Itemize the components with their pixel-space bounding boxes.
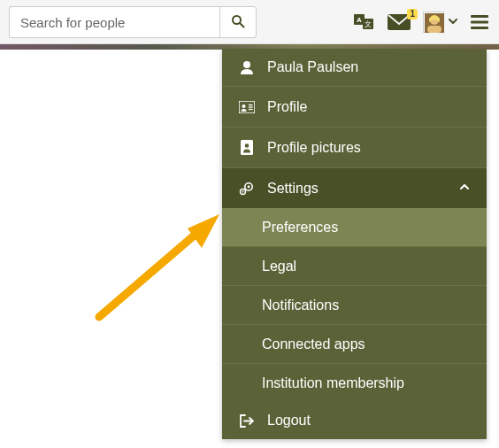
- svg-marker-27: [188, 214, 219, 248]
- svg-text:A: A: [357, 16, 362, 24]
- gears-icon: [238, 182, 256, 196]
- submenu-legal-label: Legal: [262, 259, 296, 274]
- menu-logout[interactable]: Logout: [222, 402, 487, 439]
- id-card-icon: [238, 101, 256, 113]
- menu-settings[interactable]: Settings: [222, 168, 487, 208]
- submenu-institution-membership[interactable]: Institution membership: [222, 364, 487, 402]
- inbox-badge: 1: [407, 9, 418, 19]
- avatar: [423, 12, 444, 33]
- menu-profile-label: Profile: [267, 99, 307, 115]
- menu-profile-pictures[interactable]: Profile pictures: [222, 127, 487, 167]
- svg-point-20: [245, 143, 250, 148]
- svg-point-22: [248, 185, 250, 188]
- submenu-preferences[interactable]: Preferences: [222, 208, 487, 246]
- submenu-institution-membership-label: Institution membership: [262, 375, 404, 391]
- user-dropdown-menu: Paula Paulsen Profile Profile pictures S…: [222, 49, 487, 439]
- settings-submenu: Preferences Legal Notifications Connecte…: [222, 208, 487, 402]
- chevron-down-icon: [448, 14, 458, 30]
- top-icons: A文 1: [354, 0, 488, 44]
- menu-pictures-label: Profile pictures: [267, 140, 361, 156]
- search-input[interactable]: [9, 6, 219, 38]
- submenu-legal[interactable]: Legal: [222, 247, 487, 285]
- svg-rect-11: [471, 21, 488, 24]
- svg-line-1: [240, 23, 243, 27]
- search-icon: [231, 14, 245, 31]
- svg-point-15: [242, 104, 246, 108]
- logout-icon: [238, 414, 256, 428]
- svg-rect-9: [427, 26, 441, 33]
- submenu-notifications-label: Notifications: [262, 297, 339, 313]
- menu-user-name[interactable]: Paula Paulsen: [222, 49, 487, 86]
- hamburger-icon[interactable]: [471, 15, 488, 29]
- inbox-icon[interactable]: 1: [388, 14, 411, 30]
- svg-line-26: [99, 232, 198, 317]
- svg-rect-10: [471, 15, 488, 18]
- menu-settings-label: Settings: [267, 181, 319, 197]
- user-menu-toggle[interactable]: [423, 12, 458, 33]
- svg-rect-12: [471, 27, 488, 29]
- svg-point-13: [243, 61, 250, 68]
- menu-user-label: Paula Paulsen: [267, 59, 358, 75]
- top-bar: A文 1: [0, 0, 499, 44]
- search-button[interactable]: [219, 6, 257, 38]
- svg-point-24: [242, 190, 244, 192]
- menu-profile[interactable]: Profile: [222, 87, 487, 127]
- user-icon: [238, 60, 256, 74]
- chevron-up-icon: [458, 181, 471, 197]
- annotation-arrow: [88, 212, 226, 328]
- portrait-icon: [238, 140, 256, 155]
- menu-logout-label: Logout: [267, 413, 311, 429]
- submenu-preferences-label: Preferences: [262, 220, 338, 236]
- search-wrap: [9, 6, 257, 38]
- language-icon[interactable]: A文: [354, 14, 375, 30]
- submenu-connected-apps[interactable]: Connected apps: [222, 325, 487, 363]
- svg-text:文: 文: [365, 20, 372, 28]
- submenu-connected-apps-label: Connected apps: [262, 336, 365, 352]
- submenu-notifications[interactable]: Notifications: [222, 286, 487, 324]
